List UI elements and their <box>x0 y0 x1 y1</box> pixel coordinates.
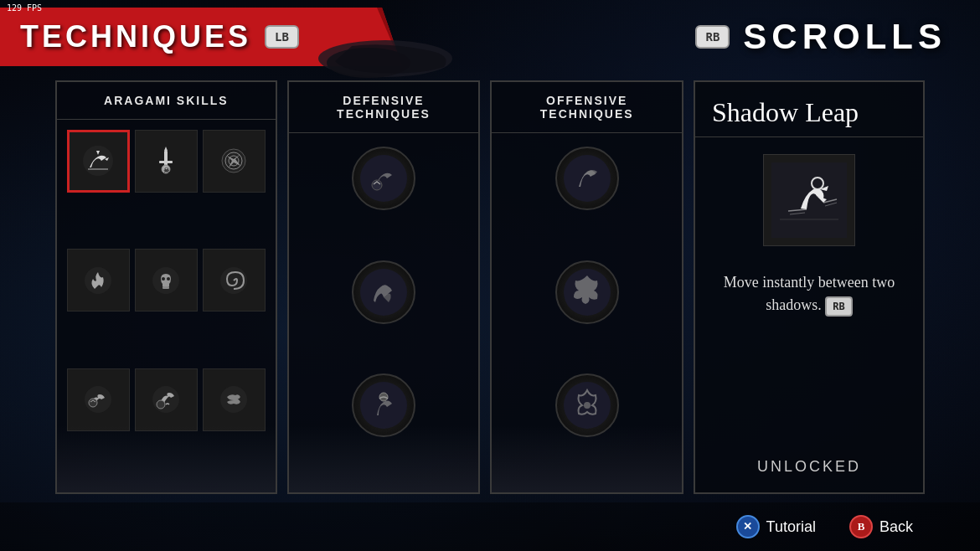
svg-point-27 <box>564 155 611 202</box>
tutorial-button[interactable]: ✕ Tutorial <box>736 515 816 538</box>
offensive-panel-header: OFFENSIVE TECHNIQUES <box>492 82 682 133</box>
skills-grid: ☠ <box>57 120 276 492</box>
bottom-bar: ✕ Tutorial B Back <box>0 502 980 551</box>
fps-counter: 129 FPS <box>7 3 42 13</box>
detail-description: Move instantly between two shadows. RB <box>695 263 923 325</box>
detail-panel: Shadow Leap <box>694 80 925 494</box>
spiral-icon <box>217 264 250 297</box>
offensive-techniques-grid <box>492 133 682 492</box>
off-technique-3-icon <box>562 380 612 430</box>
header: TECHNIQUES LB RB SCROLLS <box>0 0 980 74</box>
detail-image-area <box>695 137 923 263</box>
skill-shadow-leap[interactable] <box>67 130 130 193</box>
svg-point-30 <box>584 402 591 409</box>
defensive-technique-2[interactable] <box>352 260 415 324</box>
offensive-technique-1[interactable] <box>555 147 619 210</box>
flame-icon <box>81 264 115 297</box>
bird1-icon <box>81 383 115 416</box>
svg-rect-4 <box>164 151 168 166</box>
svg-rect-13 <box>162 286 169 289</box>
detail-shadow-leap-icon <box>771 162 847 238</box>
aragami-panel-header: ARAGAMI SKILLS <box>57 82 276 120</box>
sword-up-icon: ☠ <box>149 144 183 178</box>
detail-status: UNLOCKED <box>695 441 923 492</box>
defensive-technique-3[interactable] <box>352 373 415 437</box>
skill-skull2[interactable] <box>135 249 198 312</box>
tutorial-x-icon: ✕ <box>743 520 752 533</box>
shadow-leap-icon <box>81 144 115 178</box>
detail-title: Shadow Leap <box>695 82 923 137</box>
offensive-technique-3[interactable] <box>555 373 619 437</box>
skill-bird1[interactable] <box>67 368 130 431</box>
main-content: ARAGAMI SKILLS <box>0 74 980 501</box>
skill-bird2[interactable] <box>135 368 198 431</box>
offensive-technique-2[interactable] <box>555 260 619 324</box>
svg-point-20 <box>157 400 165 409</box>
off-technique-2-icon <box>562 267 612 317</box>
back-label: Back <box>879 518 913 536</box>
scrolls-title: SCROLLS <box>743 17 946 57</box>
back-b-btn: B <box>849 515 873 538</box>
target-icon <box>217 144 250 178</box>
aragami-skills-panel: ARAGAMI SKILLS <box>55 80 277 494</box>
bird2-icon <box>149 383 183 416</box>
wind-icon <box>217 383 250 416</box>
back-b-icon: B <box>858 520 865 533</box>
skill-flame[interactable] <box>67 249 130 312</box>
off-technique-1-icon <box>562 153 612 203</box>
scrolls-header: RB SCROLLS <box>695 17 980 57</box>
rb-badge-detail: RB <box>825 296 852 317</box>
svg-rect-5 <box>159 161 173 163</box>
svg-point-2 <box>83 146 113 176</box>
svg-point-15 <box>167 277 170 281</box>
techniques-title: TECHNIQUES <box>20 19 251 54</box>
svg-point-22 <box>360 155 407 202</box>
svg-point-25 <box>360 382 407 429</box>
skill-wind[interactable] <box>203 368 266 431</box>
svg-point-14 <box>162 277 165 281</box>
skull2-icon <box>149 264 183 297</box>
tutorial-label: Tutorial <box>766 518 816 536</box>
def-technique-1-icon <box>358 153 409 203</box>
tutorial-x-btn: ✕ <box>736 515 760 538</box>
defensive-techniques-grid <box>289 133 479 492</box>
detail-skill-image <box>763 154 855 246</box>
defensive-technique-1[interactable] <box>352 147 415 210</box>
def-technique-2-icon <box>358 267 409 317</box>
defensive-panel-header: DEFENSIVE TECHNIQUES <box>289 82 479 133</box>
skill-sword-up[interactable]: ☠ <box>135 130 198 193</box>
skill-target[interactable] <box>203 130 266 193</box>
def-technique-3-icon <box>358 380 409 430</box>
back-button[interactable]: B Back <box>849 515 913 538</box>
rb-badge-header: RB <box>695 25 730 49</box>
defensive-techniques-panel: DEFENSIVE TECHNIQUES <box>287 80 481 494</box>
offensive-techniques-panel: OFFENSIVE TECHNIQUES <box>490 80 683 494</box>
svg-text:☠: ☠ <box>163 167 169 174</box>
skill-spiral[interactable] <box>203 249 266 312</box>
lb-badge: LB <box>265 25 299 49</box>
